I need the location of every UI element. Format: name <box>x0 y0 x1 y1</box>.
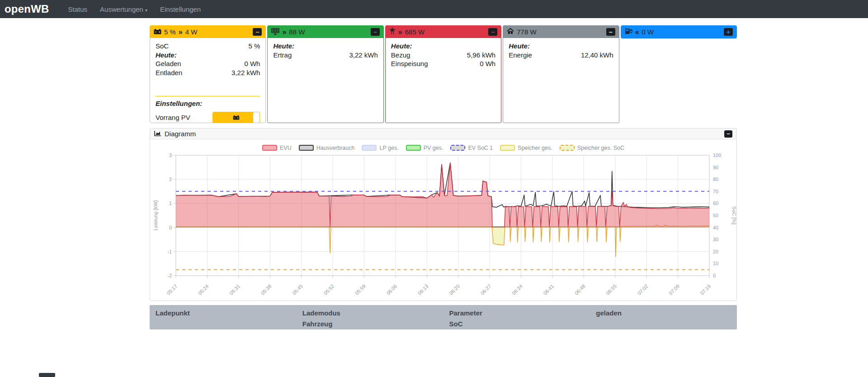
legend-swatch <box>362 145 377 151</box>
app-logo: openWB <box>5 3 49 15</box>
legend-item-Speicher ges. SoC[interactable]: Speicher ges. SoC <box>560 145 624 151</box>
xtick-label: 07:16 <box>699 283 712 296</box>
house-icon <box>507 28 514 36</box>
ytick-right: 0 <box>713 273 716 278</box>
legend-item-EVU[interactable]: EVU <box>262 145 292 151</box>
nav-item-auswertungen[interactable]: Auswertungen▾ <box>94 5 154 13</box>
vorrang-pv-toggle-button[interactable] <box>212 112 260 124</box>
diagram-title: Diagramm <box>165 130 196 138</box>
bezug-value: 5,96 kWh <box>467 51 495 60</box>
legend-label: LP ges. <box>379 145 398 151</box>
ytick-left: -1 <box>167 249 172 254</box>
collapse-button[interactable]: − <box>253 28 262 36</box>
charging-station-icon <box>625 28 632 36</box>
ytick-left: 1 <box>169 200 172 206</box>
card-pv: » 88 W − Heute: Ertrag3,22 kWh <box>267 25 383 123</box>
collapse-button[interactable]: − <box>606 28 615 36</box>
card-speicher-body: SoC5 % Heute: Geladen0 Wh Entladen3,22 k… <box>150 38 265 123</box>
legend-item-Speicher ges.[interactable]: Speicher ges. <box>500 145 552 151</box>
diagram-panel: Diagramm − EVUHausverbrauchLP ges.PV ges… <box>150 128 737 301</box>
geladen-value: 0 Wh <box>244 59 260 68</box>
ytick-right: 70 <box>713 189 718 194</box>
einspeisung-label: Einspeisung <box>391 59 428 68</box>
series-line-Speicher ges. <box>176 225 709 257</box>
heute-label: Heute: <box>391 42 495 51</box>
soc-value: 5 % <box>249 42 260 51</box>
card-evu-body: Heute: Bezug5,96 kWh Einspeisung0 Wh <box>386 38 501 72</box>
xtick-label: 06:20 <box>448 283 461 296</box>
chart-svg: 3210-1-2100908070605040302010005:1705:24… <box>150 152 736 301</box>
collapse-button[interactable]: − <box>371 28 380 36</box>
chart-area-icon <box>154 130 161 138</box>
legend-item-EV SoC 1[interactable]: EV SoC 1 <box>450 145 493 151</box>
xtick-label: 07:09 <box>668 283 680 296</box>
legend-swatch <box>262 145 277 151</box>
legend-swatch <box>406 145 421 151</box>
toggle-knob[interactable] <box>253 112 259 123</box>
table-header-lademodus: Lademodus <box>302 308 443 319</box>
series-area-Speicher ges. <box>176 225 709 257</box>
energie-label: Energie <box>509 51 532 60</box>
ytick-right: 10 <box>713 261 718 266</box>
xtick-label: 06:13 <box>417 283 429 296</box>
expand-button[interactable]: + <box>724 28 733 36</box>
ladepunkt-table: Ladepunkt Lademodus Fahrzeug Parameter S… <box>150 305 737 329</box>
card-ladepunkt-header: « 0 W + <box>621 26 736 38</box>
ytick-right: 40 <box>713 225 718 230</box>
heute-label: Heute: <box>509 42 613 51</box>
battery-icon <box>233 114 240 121</box>
xtick-label: 05:31 <box>228 283 241 296</box>
table-header-soc: SoC <box>449 319 590 329</box>
card-haus-header: 778 W − <box>503 26 618 38</box>
chart-legend: EVUHausverbrauchLP ges.PV ges.EV SoC 1Sp… <box>150 144 736 152</box>
ytick-right: 50 <box>713 213 718 218</box>
card-pv-body: Heute: Ertrag3,22 kWh <box>268 38 383 63</box>
legend-label: Speicher ges. SoC <box>577 145 624 151</box>
ytick-right: 60 <box>713 200 718 206</box>
xtick-label: 05:52 <box>323 283 335 296</box>
xtick-label: 05:38 <box>260 283 273 296</box>
nav-item-einstellungen[interactable]: Einstellungen <box>154 5 207 13</box>
divider <box>156 96 260 96</box>
nav-item-status[interactable]: Status <box>62 5 94 13</box>
ytick-left: 2 <box>169 177 172 182</box>
xtick-label: 07:02 <box>637 283 649 296</box>
caret-down-icon: ▾ <box>145 8 147 13</box>
ytick-right: 90 <box>713 165 718 170</box>
heute-label: Heute: <box>273 42 377 51</box>
legend-label: Speicher ges. <box>518 145 552 151</box>
pv-power: 88 W <box>289 28 305 36</box>
card-evu-header: » 685 W − <box>386 26 501 38</box>
speicher-soc-header: 5 % <box>164 28 176 36</box>
table-header-ladepunkt: Ladepunkt <box>156 308 297 319</box>
card-evu: » 685 W − Heute: Bezug5,96 kWh Einspeisu… <box>385 25 501 123</box>
speicher-power: 4 W <box>185 28 198 36</box>
ytick-right: 80 <box>713 177 718 182</box>
table-col-parameter: Parameter SoC <box>443 305 590 329</box>
xtick-label: 06:48 <box>574 283 586 296</box>
xtick-label: 05:24 <box>197 283 210 296</box>
legend-swatch <box>560 145 575 151</box>
chevron-right-icon: » <box>179 28 183 36</box>
legend-swatch <box>299 145 314 151</box>
legend-item-PV ges.[interactable]: PV ges. <box>406 145 443 151</box>
legend-label: EV SoC 1 <box>468 145 493 151</box>
footer-fragment <box>39 373 55 377</box>
table-col-geladen: geladen <box>590 305 737 329</box>
legend-item-LP ges.[interactable]: LP ges. <box>362 145 398 151</box>
diagram-collapse-button[interactable]: − <box>724 130 732 138</box>
collapse-button[interactable]: − <box>488 28 497 36</box>
status-cards-row: 5 % » 4 W − SoC5 % Heute: Geladen0 Wh En… <box>150 25 737 123</box>
entladen-value: 3,22 kWh <box>231 68 260 77</box>
xtick-label: 05:59 <box>354 283 367 296</box>
card-ladepunkt: « 0 W + <box>621 25 737 38</box>
table-header-geladen: geladen <box>596 308 737 319</box>
ytick-left: -2 <box>167 273 172 278</box>
battery-icon <box>154 28 161 36</box>
legend-item-Hausverbrauch[interactable]: Hausverbrauch <box>299 145 355 151</box>
geladen-label: Geladen <box>156 59 181 68</box>
table-header-parameter: Parameter <box>449 308 590 319</box>
evu-power: 685 W <box>405 28 425 36</box>
vorrang-pv-label: Vorrang PV <box>156 114 190 121</box>
soc-label: SoC <box>156 42 169 51</box>
